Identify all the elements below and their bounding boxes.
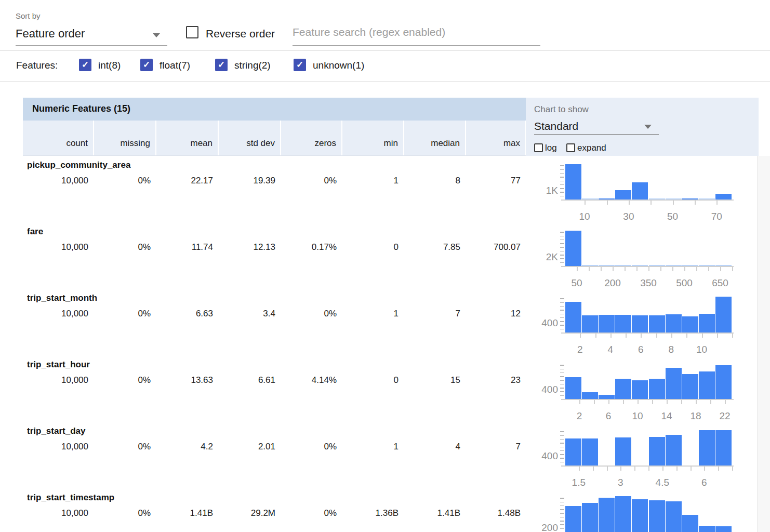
histogram-bar [632,315,648,332]
y-axis-tick [560,177,564,178]
histogram-bar [649,379,665,399]
x-axis-tick-label: 18 [679,410,712,422]
sort-by-underline [16,45,167,46]
x-axis-tick-label: 30 [612,211,645,222]
column-header-label: max [503,138,520,149]
x-axis-tick [594,400,595,404]
search-input[interactable] [293,24,540,41]
y-axis-label: 2K [522,251,558,263]
y-axis-tick [560,243,564,244]
column-header-label: std dev [246,138,275,149]
x-axis-tick-label: 4.5 [646,477,679,488]
y-axis-tick [560,169,564,170]
y-axis-tick [560,439,564,440]
x-axis-tick-label: 22 [708,410,741,422]
y-axis-tick [560,165,564,166]
y-axis-tick [560,462,564,463]
x-axis-tick-label: 70 [700,211,733,222]
y-axis-tick [560,528,564,529]
y-axis-tick [560,369,564,370]
x-axis-tick [732,267,733,271]
x-axis-tick-label: 500 [668,277,701,289]
x-axis-tick [667,400,668,404]
x-axis-tick [717,334,718,338]
x-axis-tick [589,267,590,271]
x-axis-tick-label: 10 [568,211,601,222]
feature-type-label: int(8) [98,60,121,71]
y-axis-label: 200 [522,522,558,532]
expand-checkbox[interactable] [566,143,575,152]
chevron-down-icon[interactable] [153,33,160,37]
histogram-bar [699,371,715,399]
y-axis-tick [560,247,564,248]
y-axis-label: 400 [522,384,558,395]
x-axis-tick [623,400,624,404]
chart-type-dropdown[interactable]: Standard [534,120,578,132]
feature-type-checkbox[interactable]: ✓ [215,59,228,71]
feature-row: trip_start_month10,0000%6.633.40%1712400… [23,289,759,355]
y-axis-tick [560,262,564,263]
x-axis-tick [716,201,718,205]
y-axis-tick [560,454,564,455]
y-axis-tick [560,380,564,381]
x-axis-tick [601,267,602,271]
chart-type-underline [534,134,659,135]
feature-row: trip_start_timestamp10,0000%1.41B29.2M0%… [23,488,759,532]
histogram: 400246810 [23,289,759,355]
x-axis-tick [648,467,649,471]
feature-type-checkbox[interactable]: ✓ [294,59,306,71]
histogram-bar [715,365,732,399]
column-header-min: min [342,121,403,155]
y-axis-tick [560,384,564,385]
x-axis-tick [634,467,635,471]
log-checkbox[interactable] [534,143,543,152]
x-axis-tick [579,467,580,471]
y-axis-tick [560,521,564,522]
y-axis-tick [560,502,564,503]
chevron-down-icon[interactable] [644,125,652,129]
y-axis-tick [560,443,564,444]
x-axis-tick-label: 8 [655,344,688,355]
x-axis-tick [732,467,733,471]
table-title: Numeric Features (15) [32,103,130,114]
feature-type-checkbox[interactable]: ✓ [79,59,91,71]
y-axis-tick [560,184,564,185]
x-axis-tick [656,334,657,338]
y-axis-tick [560,258,564,259]
x-axis-tick [577,267,578,271]
x-axis-line [561,399,734,400]
y-axis-tick [560,373,564,374]
vertical-scrollbar-track[interactable] [757,156,770,532]
features-label: Features: [16,60,58,71]
histogram-bar [699,526,715,532]
x-axis-tick [673,201,674,205]
y-axis-tick [560,240,564,241]
sort-by-dropdown[interactable]: Feature order [16,27,85,41]
feature-type-checkbox[interactable]: ✓ [140,59,153,71]
histogram-bar [582,503,598,532]
y-axis-tick [560,251,564,252]
histogram-bar [699,430,715,466]
x-axis-tick [650,201,652,205]
column-header-max: max [466,121,525,155]
x-axis-tick [595,334,596,338]
feature-type-label: float(7) [160,60,190,71]
reverse-order-checkbox[interactable] [186,26,198,38]
column-header-label: min [384,138,398,149]
y-axis-tick [560,431,564,432]
x-axis-tick-label: 10 [621,410,654,422]
histogram-bar [715,430,732,466]
y-axis-label: 400 [522,450,558,462]
histogram-bar [632,380,648,399]
histogram-bar [715,297,732,332]
check-icon: ✓ [141,60,152,70]
log-label: log [545,143,557,153]
column-header-label: mean [190,138,213,149]
histogram-bar [565,302,581,332]
x-axis-tick [652,400,653,404]
x-axis-tick-label: 200 [596,277,629,289]
column-header-count: count [23,121,93,155]
x-axis-tick [607,201,608,205]
x-axis-tick [585,201,586,205]
check-icon: ✓ [216,60,227,70]
